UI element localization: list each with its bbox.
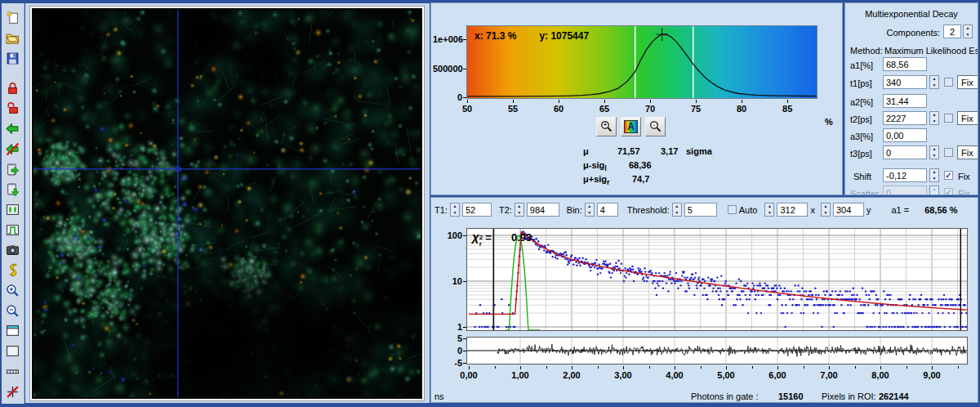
decay-toolbar: T1: ▲▼ T2: ▲▼ Bin: ▲▼ Threshold: ▲▼ Auto…: [434, 202, 958, 217]
tick-label: 75: [691, 104, 701, 114]
t1-label: t1[ps]: [850, 78, 872, 88]
t2-fix-button[interactable]: Fix: [957, 111, 978, 125]
threshold-input[interactable]: [684, 203, 717, 217]
tick-mark: [463, 97, 466, 98]
mu-minus-sigma-value: 68,36: [629, 160, 652, 170]
a3-input[interactable]: [883, 128, 927, 142]
auto-checkbox[interactable]: [728, 205, 737, 214]
sigma-label: sigma: [686, 146, 712, 156]
tick-label: 60: [554, 104, 564, 114]
tick-label: 6,00: [768, 370, 786, 380]
t3-spinner[interactable]: ▲▼: [929, 145, 939, 159]
plain-window-icon[interactable]: [4, 343, 22, 360]
shift-fix-label: Fix: [958, 172, 970, 181]
a1-result-label: a1 =: [891, 205, 909, 215]
t2-gate-input[interactable]: [527, 203, 559, 217]
mu-plus-sigma-label: μ+sigr: [583, 174, 610, 186]
stop-fit-icon[interactable]: [4, 141, 22, 157]
panel-title: Multiexponential Decay: [845, 9, 978, 19]
t3-fix-button[interactable]: Fix: [957, 145, 978, 159]
residual-plot[interactable]: [466, 337, 968, 365]
tick-label: 1: [433, 322, 462, 332]
tick-mark: [520, 366, 521, 369]
t2-gate-spinner[interactable]: ▲▼: [514, 203, 524, 217]
trace-window-icon[interactable]: [4, 221, 22, 238]
tick-label: 8,00: [871, 370, 889, 380]
components-label: Components:: [862, 28, 940, 38]
zoom-out-icon[interactable]: [4, 302, 22, 319]
t1-gate-spinner[interactable]: ▲▼: [450, 203, 460, 217]
zoom-range-out-button[interactable]: -: [645, 117, 666, 136]
tick-label: 3,00: [614, 370, 631, 380]
photons-in-gate-label: Photons in gate :: [691, 391, 759, 401]
t2-input[interactable]: [883, 111, 927, 125]
snapshot-camera-icon[interactable]: [4, 242, 22, 258]
shift-spinner[interactable]: ▲▼: [929, 168, 939, 182]
paste-trace-icon[interactable]: [4, 181, 22, 198]
scatter-spinner: ▲▼: [929, 186, 939, 195]
t1-spinner[interactable]: ▲▼: [929, 75, 939, 89]
tick-label: 4,00: [666, 370, 683, 380]
mu-label: μ: [583, 146, 589, 156]
scale-bar-icon[interactable]: [4, 363, 22, 379]
components-input[interactable]: [943, 25, 961, 38]
bin-input[interactable]: [597, 203, 618, 217]
pixel-y-spinner[interactable]: ▲▼: [821, 203, 831, 217]
hide-crosshair-icon[interactable]: [4, 383, 22, 400]
shift-fix-checkbox[interactable]: ✓: [944, 171, 953, 180]
tick-mark: [546, 366, 547, 369]
bin-spinner[interactable]: ▲▼: [585, 203, 595, 217]
tick-mark: [463, 281, 466, 282]
a1-input[interactable]: [883, 57, 927, 71]
tick-mark: [467, 100, 468, 103]
zoom-in-icon[interactable]: [4, 283, 22, 299]
t2-label: t2[ps]: [850, 114, 872, 124]
t2-spinner[interactable]: ▲▼: [929, 111, 939, 125]
tick-label: 5,00: [717, 370, 734, 380]
open-file-icon[interactable]: [4, 30, 22, 47]
pixel-x-input[interactable]: [777, 203, 808, 217]
unlock-roi-icon[interactable]: [4, 101, 22, 117]
tick-mark: [696, 100, 697, 103]
lifetime-flash-icon[interactable]: [4, 262, 22, 279]
lock-roi-icon[interactable]: [4, 80, 22, 96]
a2-input[interactable]: [883, 94, 927, 108]
tick-mark: [675, 366, 675, 369]
mu-minus-sigma-label: μ-sigl: [583, 160, 607, 172]
svg-text:-: -: [653, 121, 655, 128]
tick-mark: [777, 366, 778, 369]
flim-image-canvas[interactable]: [33, 10, 421, 397]
tick-label: 10: [433, 276, 462, 286]
tick-mark: [463, 338, 466, 339]
t3-fix-checkbox[interactable]: [944, 148, 953, 157]
decay-plot[interactable]: [466, 228, 968, 331]
copy-trace-icon[interactable]: [4, 161, 22, 177]
components-spinner[interactable]: ▲▼: [963, 25, 973, 38]
zoom-range-in-button[interactable]: +: [596, 117, 617, 136]
tick-mark: [855, 366, 856, 369]
new-document-icon[interactable]: [4, 10, 22, 26]
t1-fix-button[interactable]: Fix: [957, 75, 978, 89]
t2-fix-checkbox[interactable]: [944, 114, 953, 123]
t1-gate-input[interactable]: [462, 203, 492, 217]
select-roi-icon[interactable]: [4, 202, 22, 218]
t3-input[interactable]: [883, 145, 927, 159]
tick-mark: [958, 366, 959, 369]
autoscale-colors-button[interactable]: A: [621, 117, 641, 136]
tick-mark: [572, 366, 572, 369]
mu-plus-sigma-value: 74,7: [632, 174, 649, 184]
run-fit-icon[interactable]: [4, 121, 22, 137]
cursor-x-value: x: 71.3 %: [474, 30, 516, 42]
a3-label: a3[%]: [850, 132, 873, 141]
color-window-icon[interactable]: [4, 323, 22, 339]
lifetime-histogram-plot[interactable]: x: 71.3 % y: 1075447: [466, 25, 817, 99]
threshold-spinner[interactable]: ▲▼: [672, 203, 682, 217]
svg-text:+: +: [603, 122, 606, 127]
pixel-x-spinner[interactable]: ▲▼: [764, 203, 774, 217]
auto-label: Auto: [739, 205, 758, 215]
t1-input[interactable]: [883, 75, 927, 89]
t1-fix-checkbox[interactable]: [944, 78, 953, 87]
save-file-icon[interactable]: [4, 50, 22, 66]
pixel-y-input[interactable]: [833, 203, 864, 217]
shift-input[interactable]: [883, 168, 927, 182]
